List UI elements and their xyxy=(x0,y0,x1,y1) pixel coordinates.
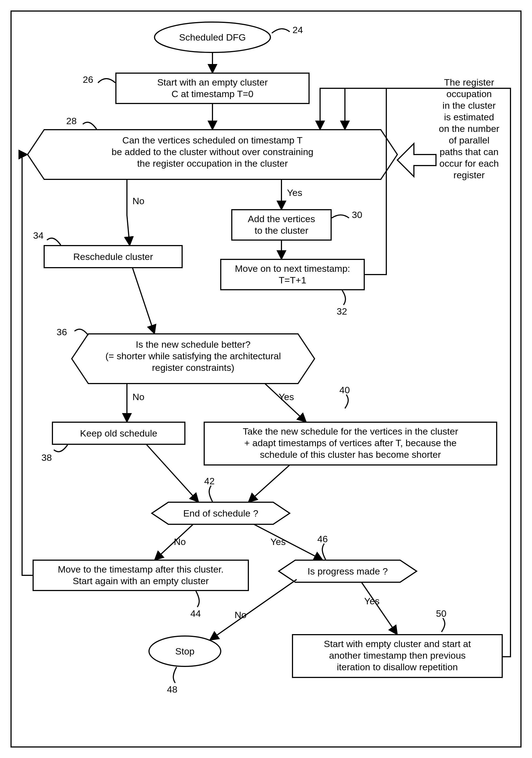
ref-28: 28 xyxy=(66,116,77,126)
svg-text:T=T+1: T=T+1 xyxy=(279,275,306,285)
svg-text:C at timestamp T=0: C at timestamp T=0 xyxy=(172,88,254,99)
svg-text:occur for each: occur for each xyxy=(439,158,499,169)
ref-38: 38 xyxy=(41,452,52,463)
svg-text:The register: The register xyxy=(444,77,494,87)
start-text: Scheduled DFG xyxy=(179,32,246,43)
svg-text:in the cluster: in the cluster xyxy=(443,100,496,111)
svg-text:on the number: on the number xyxy=(439,123,499,134)
svg-text:register: register xyxy=(453,170,484,180)
ref-46: 46 xyxy=(317,534,328,544)
svg-text:paths that can: paths that can xyxy=(440,147,499,157)
annotation-text: The register occupation in the cluster i… xyxy=(439,77,499,180)
svg-text:Yes: Yes xyxy=(287,188,302,198)
svg-text:Take the new schedule for the : Take the new schedule for the vertices i… xyxy=(243,426,458,436)
svg-text:Stop: Stop xyxy=(175,646,195,656)
svg-text:Reschedule cluster: Reschedule cluster xyxy=(73,251,153,262)
svg-text:Move to the timestamp after th: Move to the timestamp after this cluster… xyxy=(58,564,224,574)
svg-text:is estimated: is estimated xyxy=(444,112,494,122)
ref-44: 44 xyxy=(191,608,201,619)
svg-text:Keep old schedule: Keep old schedule xyxy=(80,428,157,438)
svg-text:of parallel: of parallel xyxy=(449,135,489,145)
svg-text:No: No xyxy=(174,536,186,547)
svg-text:iteration to disallow repetiti: iteration to disallow repetition xyxy=(337,662,458,672)
svg-text:(= shorter while satisfying th: (= shorter while satisfying the architec… xyxy=(105,351,281,361)
ref-30: 30 xyxy=(352,209,362,220)
ref-32: 32 xyxy=(337,306,347,317)
svg-text:register constraints): register constraints) xyxy=(152,362,234,373)
svg-text:be added to the cluster withou: be added to the cluster without over con… xyxy=(112,147,313,157)
ref-50: 50 xyxy=(436,608,446,619)
svg-text:occupation: occupation xyxy=(446,88,492,99)
svg-text:End of schedule ?: End of schedule ? xyxy=(183,508,258,519)
svg-text:Can the vertices scheduled on : Can the vertices scheduled on timestamp … xyxy=(122,135,302,145)
svg-text:Move on to next timestamp:: Move on to next timestamp: xyxy=(235,263,350,274)
svg-text:Start with empty cluster and s: Start with empty cluster and start at xyxy=(324,638,471,649)
ref-40: 40 xyxy=(339,385,350,395)
ref-24: 24 xyxy=(293,24,303,35)
svg-text:to the cluster: to the cluster xyxy=(255,225,308,236)
ref-42: 42 xyxy=(204,476,215,486)
svg-text:No: No xyxy=(234,609,246,620)
flowchart: Scheduled DFG 24 Start with an empty clu… xyxy=(0,0,532,758)
svg-text:Yes: Yes xyxy=(279,392,294,402)
svg-text:Yes: Yes xyxy=(270,536,286,547)
ref-34: 34 xyxy=(33,230,44,241)
svg-text:Yes: Yes xyxy=(364,596,379,606)
svg-text:No: No xyxy=(132,392,144,402)
ref-36: 36 xyxy=(56,327,67,337)
svg-text:No: No xyxy=(132,196,144,206)
svg-text:another timestamp then previou: another timestamp then previous xyxy=(329,650,466,661)
svg-text:Is progress made ?: Is progress made ? xyxy=(307,566,388,576)
svg-text:Start with an empty cluster: Start with an empty cluster xyxy=(157,77,268,87)
ref-26: 26 xyxy=(83,74,93,85)
ref-48: 48 xyxy=(167,684,177,695)
svg-text:schedule of this cluster has b: schedule of this cluster has become shor… xyxy=(260,449,441,460)
svg-text:Add the vertices: Add the vertices xyxy=(248,214,315,224)
svg-text:the register occupation in the: the register occupation in the cluster xyxy=(137,158,288,169)
svg-text:Start again with an empty clus: Start again with an empty cluster xyxy=(73,576,209,586)
svg-text:+ adapt timestamps of vertices: + adapt timestamps of vertices after T, … xyxy=(244,438,457,448)
svg-text:Is the new schedule better?: Is the new schedule better? xyxy=(136,339,251,350)
